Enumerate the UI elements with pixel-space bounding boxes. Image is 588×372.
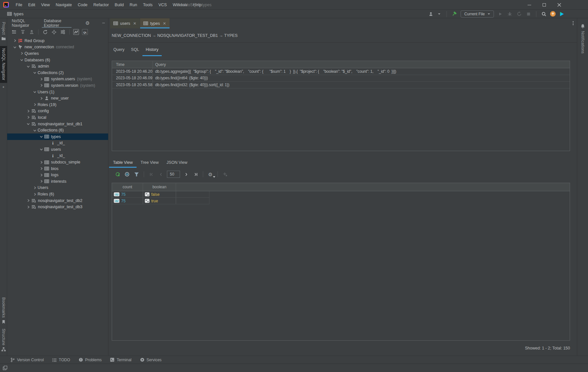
chevron-right-icon[interactable] — [25, 116, 31, 119]
tab-history[interactable]: History — [142, 43, 162, 56]
chevron-right-icon[interactable] — [39, 167, 44, 170]
stripe-bookmarks[interactable]: Bookmarks — [0, 295, 7, 326]
chevron-right-icon[interactable] — [39, 97, 44, 100]
chevron-down-icon[interactable] — [12, 45, 18, 49]
run-button[interactable] — [497, 11, 503, 17]
last-page-icon[interactable] — [192, 171, 199, 178]
stripe-nosql-navigator[interactable]: NoSQL Navigator — [0, 46, 7, 83]
tree-item-config[interactable]: config — [7, 108, 108, 115]
menu-edit[interactable]: Edit — [25, 0, 38, 9]
stop-button[interactable] — [525, 11, 532, 17]
chevron-down-icon[interactable] — [19, 58, 24, 62]
tab-sql[interactable]: SQL — [128, 43, 142, 56]
panel-tab-database-explorer[interactable]: Database Explorer — [44, 18, 70, 28]
tree-item-users-group[interactable]: Users — [7, 185, 108, 191]
minimize-button[interactable] — [526, 2, 532, 8]
result-row[interactable]: i32 75 false — [112, 191, 209, 198]
tree-item-admin[interactable]: admin — [7, 63, 108, 70]
menu-build[interactable]: Build — [112, 0, 127, 9]
tree-item-interests[interactable]: interests — [7, 178, 108, 185]
view-options-icon[interactable] — [11, 29, 17, 35]
page-size-input[interactable]: 50 — [167, 171, 180, 178]
chevron-right-icon[interactable] — [25, 199, 31, 202]
chevron-right-icon[interactable] — [39, 77, 44, 81]
history-row[interactable]: 2023-05-18 20:45.58 db.types.find({int32… — [112, 82, 570, 88]
tree-item-new-user[interactable]: new_user — [7, 95, 108, 101]
search-everywhere-icon[interactable] — [541, 11, 547, 17]
column-header-count[interactable]: count — [112, 183, 143, 191]
expand-all-icon[interactable] — [20, 29, 26, 35]
breadcrumb[interactable]: NEW_CONNECTION → NOSQLNAVIGATOR_TEST_DB1… — [108, 28, 577, 43]
chevron-right-icon[interactable] — [32, 103, 38, 106]
chevron-down-icon[interactable] — [32, 90, 38, 94]
column-header-time[interactable]: Time — [112, 61, 153, 68]
chevron-right-icon[interactable] — [39, 179, 44, 183]
result-cell-boolean[interactable]: false — [143, 191, 176, 197]
add-document-icon[interactable] — [222, 171, 228, 178]
ql-console-icon[interactable]: QL — [82, 29, 88, 35]
tab-tree-view[interactable]: Tree View — [137, 157, 163, 168]
toolwindow-terminal[interactable]: Terminal — [110, 358, 131, 362]
tree-item-bios[interactable]: bios — [7, 165, 108, 172]
chevron-right-icon[interactable] — [25, 205, 31, 209]
coverage-button[interactable] — [516, 11, 522, 17]
panel-tab-nosql-navigator[interactable]: NoSQL Navigator — [12, 18, 36, 28]
tool-window-switcher-icon[interactable] — [3, 365, 8, 371]
stripe-structure[interactable]: Structure — [0, 326, 7, 354]
tree-item-users-id-index[interactable]: i _id_ — [7, 153, 108, 159]
tree-item-red-group[interactable]: Red Group — [7, 38, 108, 44]
first-page-icon[interactable] — [148, 171, 155, 178]
chevron-right-icon[interactable] — [19, 52, 24, 55]
tab-query[interactable]: Query — [110, 43, 128, 56]
column-header-query[interactable]: Query — [153, 62, 166, 67]
collapse-all-icon[interactable] — [29, 29, 35, 35]
menu-tools[interactable]: Tools — [140, 0, 155, 9]
panel-settings-gear-icon[interactable]: ⚙ — [85, 21, 90, 25]
tab-table-view[interactable]: Table View — [109, 157, 137, 168]
result-cell-boolean[interactable]: true — [143, 198, 176, 204]
locate-icon[interactable] — [51, 29, 57, 35]
ide-features-icon[interactable] — [559, 11, 565, 17]
tree-item-system-users[interactable]: system.users (system) — [7, 76, 108, 83]
chevron-right-icon[interactable] — [32, 186, 38, 190]
menu-code[interactable]: Code — [75, 0, 90, 9]
chevron-down-icon[interactable] — [25, 65, 31, 68]
filter-settings-icon[interactable] — [60, 29, 66, 35]
navbar-document[interactable]: types — [0, 12, 24, 16]
chevron-right-icon[interactable] — [39, 161, 44, 164]
close-tab-icon[interactable]: ✕ — [163, 21, 166, 26]
chevron-down-icon[interactable] — [32, 71, 38, 74]
result-cell-count[interactable]: i32 75 — [112, 191, 143, 197]
tab-json-view[interactable]: JSON View — [163, 157, 191, 168]
update-available-icon[interactable] — [550, 11, 556, 17]
tree-item-test-db3[interactable]: nosqlnavigator_test_db3 — [7, 204, 108, 210]
previous-page-icon[interactable] — [157, 171, 164, 178]
toolwindow-todo[interactable]: TODO — [52, 358, 70, 362]
chart-view-toggle-icon[interactable] — [73, 29, 79, 35]
editor-tab-types[interactable]: types ✕ — [140, 18, 170, 28]
stop-request-icon[interactable] — [124, 171, 130, 178]
tree-item-collections-2[interactable]: Collections (2) — [7, 70, 108, 76]
history-row[interactable]: 2023-05-18 20:46.20 db.types.aggregate([… — [112, 68, 570, 75]
toolwindow-problems[interactable]: Problems — [79, 358, 102, 362]
run-configuration-select[interactable]: Current File — [461, 10, 494, 18]
editor-options-icon[interactable] — [573, 21, 574, 25]
chevron-right-icon[interactable] — [32, 193, 38, 196]
stripe-project[interactable]: Project — [0, 20, 7, 43]
close-button[interactable] — [556, 2, 563, 8]
tree-item-new-connection[interactable]: new_connection connected — [7, 44, 108, 51]
column-header-boolean[interactable]: boolean — [143, 183, 176, 191]
tree-item-collections-6[interactable]: Collections (6) — [7, 127, 108, 133]
editor-tab-users[interactable]: users ✕ — [110, 18, 140, 28]
toolwindow-services[interactable]: Services — [140, 358, 162, 362]
chevron-down-icon[interactable] — [39, 147, 44, 151]
chevron-right-icon[interactable] — [39, 84, 44, 87]
tree-item-types-id-index[interactable]: i _id_ — [7, 140, 108, 147]
chevron-right-icon[interactable] — [12, 39, 18, 42]
tree-item-databases[interactable]: Databases (6) — [7, 57, 108, 63]
menu-view[interactable]: View — [38, 0, 53, 9]
filter-icon[interactable] — [133, 171, 140, 178]
chevron-right-icon[interactable] — [39, 173, 44, 177]
results-settings-gear-icon[interactable]: ⚙ — [207, 171, 214, 178]
tree-item-system-version[interactable]: system.version (system) — [7, 82, 108, 89]
